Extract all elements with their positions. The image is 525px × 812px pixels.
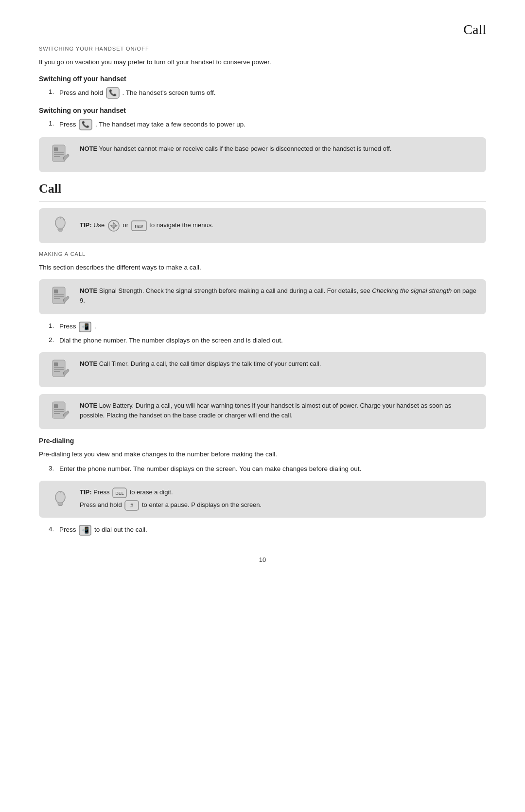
- tip-text-pre-dial: TIP: Press DEL to erase a digit. Press a…: [80, 487, 477, 511]
- page-header-title: Call: [39, 19, 486, 40]
- section-pre-dialing: Pre-dialing Pre-dialing lets you view an…: [39, 436, 486, 536]
- note-box-timer: NOTE Call Timer. During a call, the call…: [39, 352, 486, 387]
- handset-off-icon: 📞: [106, 87, 120, 99]
- svg-text:📞: 📞: [109, 89, 117, 97]
- section-making-call: MAKING A CALL This section describes the…: [39, 250, 486, 429]
- tip-text-navigate: TIP: Use or nav to navigate the menus.: [80, 219, 477, 232]
- tip-icon-navigate: [48, 215, 73, 236]
- call-section-title: Call: [39, 179, 486, 198]
- del-button-icon: DEL: [112, 487, 127, 498]
- hash-button-icon: #: [124, 500, 139, 511]
- intro-making-call: This section describes the different way…: [39, 262, 486, 273]
- section-label-making-call: MAKING A CALL: [39, 250, 486, 258]
- section-label-switching: SWITCHING YOUR HANDSET ON/OFF: [39, 45, 486, 53]
- step-switching-on-1: 1. Press 📞 . The handset may take a few …: [49, 119, 486, 130]
- tip-box-navigate: TIP: Use or nav to navigate the menus.: [39, 208, 486, 243]
- note-text-signal: NOTE Signal Strength. Check the signal s…: [80, 286, 477, 306]
- page-footer: 10: [39, 555, 486, 565]
- nav-circle-icon: [107, 219, 120, 232]
- step-switching-on-text: Press: [59, 121, 76, 128]
- note-icon-switching: [48, 144, 73, 165]
- step-switching-off-text: Press and hold: [59, 89, 103, 96]
- tip-use-text: Use: [93, 222, 106, 229]
- tip-box-pre-dial: TIP: Press DEL to erase a digit. Press a…: [39, 481, 486, 518]
- note-icon-signal: [48, 286, 73, 307]
- tip-icon-pre-dial: [48, 487, 73, 511]
- svg-rect-5: [54, 147, 58, 151]
- svg-rect-27: [54, 289, 58, 293]
- section-divider: [39, 201, 486, 201]
- note-icon-timer: [48, 359, 73, 380]
- pre-dialing-heading: Pre-dialing: [39, 436, 486, 446]
- note-icon-battery: [48, 401, 73, 422]
- svg-rect-36: [54, 362, 58, 366]
- pre-dialing-intro: Pre-dialing lets you view and make chang…: [39, 449, 486, 460]
- step4-press-label: Press: [59, 526, 76, 533]
- svg-rect-43: [54, 404, 58, 408]
- step-switching-on-suffix: . The handset may take a few seconds to …: [95, 121, 245, 128]
- step-switching-off-1: 1. Press and hold 📞 . The handset's scre…: [49, 87, 486, 99]
- nav-square-icon: nav: [131, 220, 147, 231]
- note-box-battery: NOTE Low Battery. During a call, you wil…: [39, 394, 486, 429]
- svg-text:📲: 📲: [81, 526, 89, 534]
- note-text-timer: NOTE Call Timer. During a call, the call…: [80, 359, 477, 369]
- step-pre-dial-4: 4. Press 📲 to dial out the call.: [49, 524, 486, 535]
- subsection-switching-off: Switching off your handset: [39, 74, 486, 84]
- section-switching-handset: SWITCHING YOUR HANDSET ON/OFF If you go …: [39, 45, 486, 172]
- svg-text:📲: 📲: [81, 323, 89, 331]
- subsection-switching-on: Switching on your handset: [39, 106, 486, 116]
- step1-period: .: [94, 323, 96, 330]
- tip-or-text: or: [123, 222, 130, 229]
- intro-text-switching: If you go on vacation you may prefer to …: [39, 57, 486, 68]
- svg-text:nav: nav: [135, 223, 143, 229]
- note-text-battery: NOTE Low Battery. During a call, you wil…: [80, 401, 477, 420]
- handset-on-icon: 📞: [79, 119, 92, 130]
- send-call-icon: 📲: [79, 322, 91, 332]
- step4-suffix: to dial out the call.: [94, 526, 147, 533]
- svg-point-23: [112, 224, 115, 227]
- step1-press-text: Press: [59, 323, 76, 330]
- dial-out-icon: 📲: [79, 525, 91, 536]
- svg-text:#: #: [131, 503, 134, 508]
- svg-text:📞: 📞: [82, 120, 90, 128]
- note-box-switching: NOTE Your handset cannot make or receive…: [39, 137, 486, 172]
- note-box-signal: NOTE Signal Strength. Check the signal s…: [39, 279, 486, 314]
- tip-press-del-text: Press: [93, 489, 111, 496]
- step-switching-off-suffix: . The handset's screen turns off.: [122, 89, 216, 96]
- step-make-call-2: 2. Dial the phone number. The number dis…: [49, 335, 486, 346]
- step-make-call-1: 1. Press 📲 .: [49, 321, 486, 332]
- svg-text:DEL: DEL: [115, 491, 124, 496]
- step-pre-dial-3: 3. Enter the phone number. The number di…: [49, 464, 486, 474]
- note-text-switching: NOTE Your handset cannot make or receive…: [80, 144, 477, 154]
